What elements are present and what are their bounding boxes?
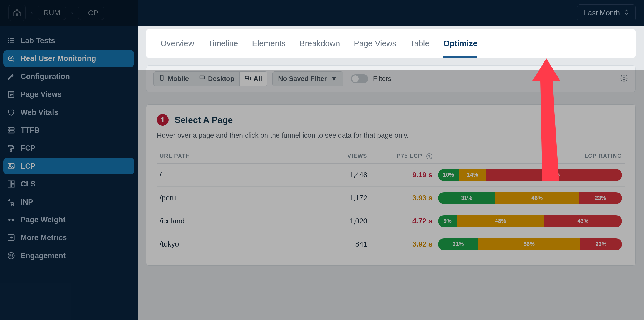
cell-views: 1,172 — [311, 186, 370, 210]
breadcrumb-home[interactable] — [8, 5, 26, 21]
rating-ni: 56% — [478, 238, 580, 250]
sidebar: Lab TestsReal User MonitoringConfigurati… — [0, 26, 138, 320]
tabs: OverviewTimelineElementsBreakdownPage Vi… — [146, 29, 636, 58]
rating-ni: 48% — [457, 215, 544, 227]
tab-table[interactable]: Table — [410, 39, 429, 58]
click-icon — [7, 198, 16, 206]
tab-optimize[interactable]: Optimize — [443, 39, 477, 58]
cell-lcp-rating: 31%46%23% — [435, 186, 625, 210]
cell-p75-lcp: 9.19 s — [370, 163, 435, 186]
cell-views: 841 — [311, 233, 370, 256]
rating-poor: 22% — [580, 238, 622, 250]
col-lcp-rating[interactable]: LCP RATING — [435, 149, 625, 163]
svg-point-30 — [10, 255, 11, 255]
filters-label: Filters — [373, 75, 391, 83]
svg-point-4 — [8, 40, 9, 41]
gear-icon — [620, 77, 628, 83]
device-label: Desktop — [208, 75, 234, 83]
sidebar-item-cls[interactable]: CLS — [3, 176, 134, 192]
cell-lcp-rating: 10%14%76% — [435, 163, 625, 186]
tab-timeline[interactable]: Timeline — [208, 39, 238, 58]
svg-point-5 — [8, 42, 9, 43]
sidebar-item-label: Page Views — [21, 90, 62, 99]
settings-button[interactable] — [620, 74, 628, 84]
sidebar-item-lcp[interactable]: LCP — [3, 158, 134, 174]
help-icon[interactable]: ? — [426, 153, 432, 159]
svg-point-22 — [12, 219, 14, 221]
tab-page-views[interactable]: Page Views — [354, 39, 396, 58]
sidebar-item-web-vitals[interactable]: Web Vitals — [3, 104, 134, 121]
rating-ni: 46% — [495, 192, 579, 204]
rating-bar: 10%14%76% — [438, 169, 622, 181]
table-row[interactable]: /tokyo8413.92 s21%56%22% — [157, 233, 625, 256]
rating-bar: 31%46%23% — [438, 192, 622, 204]
device-desktop[interactable]: Desktop — [194, 72, 240, 86]
date-range-picker[interactable]: Last Month — [577, 4, 636, 21]
home-icon — [13, 8, 21, 17]
sidebar-item-lab-tests[interactable]: Lab Tests — [3, 32, 134, 49]
sidebar-item-label: TTFB — [21, 126, 40, 135]
saved-filter-dropdown[interactable]: No Saved Filter ▼ — [272, 71, 343, 86]
sidebar-item-label: Real User Monitoring — [21, 54, 96, 63]
mobile-icon — [159, 75, 165, 83]
rating-poor: 76% — [486, 169, 622, 181]
sidebar-item-real-user-monitoring[interactable]: Real User Monitoring — [3, 50, 134, 67]
step-badge: 1 — [157, 114, 169, 126]
sidebar-item-label: More Metrics — [21, 233, 67, 242]
plus-icon — [7, 233, 16, 242]
table-row[interactable]: /1,4489.19 s10%14%76% — [157, 163, 625, 186]
sidebar-item-inp[interactable]: INP — [3, 194, 134, 210]
svg-point-39 — [623, 77, 625, 79]
heart-icon — [7, 108, 16, 117]
table-row[interactable]: /iceland1,0204.72 s9%48%43% — [157, 210, 625, 233]
cell-views: 1,448 — [311, 163, 370, 186]
sidebar-item-ttfb[interactable]: TTFB — [3, 122, 134, 139]
tab-overview[interactable]: Overview — [160, 39, 194, 58]
cell-lcp-rating: 21%56%22% — [435, 233, 625, 256]
date-range-label: Last Month — [584, 9, 620, 17]
svg-point-21 — [9, 219, 10, 221]
device-mobile[interactable]: Mobile — [154, 72, 194, 86]
col-views[interactable]: VIEWS — [311, 149, 370, 163]
cell-views: 1,020 — [311, 210, 370, 233]
page-icon — [7, 90, 16, 99]
device-label: All — [254, 75, 262, 83]
sidebar-item-configuration[interactable]: Configuration — [3, 68, 134, 85]
sidebar-item-label: Page Weight — [21, 215, 66, 224]
svg-rect-34 — [200, 76, 205, 79]
list-icon — [7, 36, 16, 45]
rating-ni: 14% — [459, 169, 487, 181]
col-url[interactable]: URL PATH — [157, 149, 311, 163]
table-row[interactable]: /peru1,1723.93 s31%46%23% — [157, 186, 625, 210]
device-all[interactable]: All — [240, 72, 267, 86]
cell-url: /peru — [157, 186, 311, 210]
sidebar-item-page-views[interactable]: Page Views — [3, 86, 134, 103]
rating-good: 21% — [438, 238, 478, 250]
device-segment: MobileDesktopAll — [153, 71, 267, 86]
sidebar-item-fcp[interactable]: FCP — [3, 140, 134, 156]
svg-rect-19 — [11, 181, 14, 184]
engage-icon — [7, 251, 16, 260]
svg-rect-18 — [8, 181, 11, 187]
select-page-card: 1 Select A Page Hover over a page and th… — [146, 104, 636, 266]
image-icon — [7, 162, 16, 171]
sidebar-item-page-weight[interactable]: Page Weight — [3, 211, 134, 228]
svg-point-29 — [8, 253, 14, 259]
svg-rect-20 — [11, 184, 14, 187]
paint-icon — [7, 144, 16, 153]
server-icon — [7, 126, 16, 135]
sidebar-item-more-metrics[interactable]: More Metrics — [3, 229, 134, 246]
col-p75-lcp[interactable]: P75 LCP ? — [370, 149, 435, 163]
filters-toggle[interactable] — [351, 74, 368, 83]
rating-bar: 9%48%43% — [438, 215, 622, 227]
breadcrumb-rum[interactable]: RUM — [38, 6, 66, 20]
analytics-icon — [7, 54, 16, 63]
tab-breakdown[interactable]: Breakdown — [299, 39, 340, 58]
filter-bar: MobileDesktopAll No Saved Filter ▼ Filte… — [146, 65, 636, 92]
sidebar-item-engagement[interactable]: Engagement — [3, 247, 134, 264]
breadcrumb-lcp[interactable]: LCP — [78, 6, 104, 20]
sidebar-item-label: CLS — [21, 179, 36, 188]
toggle-knob — [352, 75, 359, 82]
tab-elements[interactable]: Elements — [252, 39, 286, 58]
main-content: OverviewTimelineElementsBreakdownPage Vi… — [138, 26, 644, 320]
